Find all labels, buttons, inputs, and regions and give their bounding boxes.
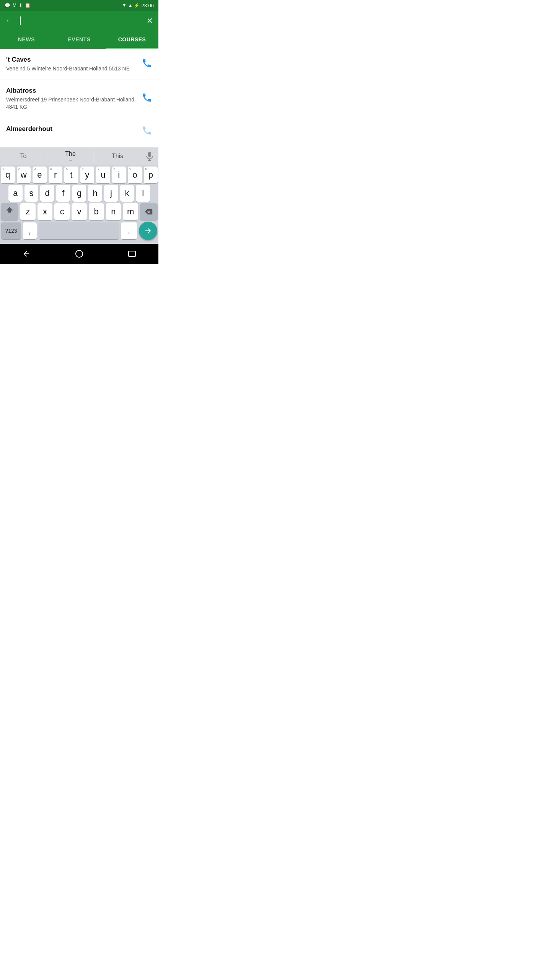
keyboard-row-1: 1q 2w 3e 4r 5t 6y 7u 8i 9o 0p [1,167,158,183]
tab-events[interactable]: EVENTS [53,31,106,49]
nav-back-button[interactable] [17,245,36,263]
keyboard-row-2: a s d f g h j k l [1,185,158,202]
course-address-caves: Veneind 5 Wintelre Noord-Brabant Holland… [6,65,137,73]
numbers-key[interactable]: ?123 [1,222,21,239]
microphone-button[interactable] [141,152,158,161]
autocomplete-word-to[interactable]: To [0,153,47,160]
key-b[interactable]: b [89,203,104,220]
key-d[interactable]: d [40,185,54,202]
nav-recents-button[interactable] [123,245,141,263]
keyboard-row-4: ?123 , . [1,222,158,240]
space-key[interactable] [39,222,119,239]
key-c[interactable]: c [54,203,70,220]
key-a[interactable]: a [8,185,23,202]
status-icons-left: 💬 M ⬇ 📋 [5,3,31,8]
key-period[interactable]: . [121,222,137,239]
svg-rect-4 [129,251,135,256]
autocomplete-word-the[interactable]: The ... [47,150,94,162]
status-icons-right: ▼ ▲ ⚡ 23:06 [122,3,154,8]
key-o[interactable]: 9o [128,167,142,183]
course-item-caves: 't Caves Veneind 5 Wintelre Noord-Braban… [0,49,158,80]
autocomplete-word-this[interactable]: This [94,153,141,160]
key-l[interactable]: l [136,185,150,202]
shift-key[interactable]: — [1,203,18,220]
nav-bar [0,244,158,264]
backspace-key[interactable] [140,203,158,220]
svg-rect-0 [148,152,151,157]
course-address-albatross: Weimersdreef 19 Prinsenbeek Noord-Braban… [6,96,137,111]
key-w[interactable]: 2w [17,167,31,183]
key-u[interactable]: 7u [96,167,110,183]
mail-icon: M [13,3,16,8]
autocomplete-bar: To The ... This [0,147,158,165]
svg-point-3 [76,250,83,257]
clipboard-icon: 📋 [25,3,31,8]
key-g[interactable]: g [72,185,86,202]
key-j[interactable]: j [104,185,118,202]
key-p[interactable]: 0p [144,167,158,183]
message-icon: 💬 [5,3,10,8]
course-name-albatross: Albatross [6,87,137,95]
close-button[interactable]: ✕ [147,16,153,25]
key-q[interactable]: 1q [1,167,15,183]
keyboard-row-3: — z x c v b n m [1,203,158,220]
course-info-almeerderhout: Almeerderhout [6,125,142,134]
download-icon: ⬇ [19,3,23,8]
tab-news[interactable]: NEWS [0,31,53,49]
key-s[interactable]: s [24,185,39,202]
key-t[interactable]: 5t [64,167,78,183]
status-bar: 💬 M ⬇ 📋 ▼ ▲ ⚡ 23:06 [0,0,158,11]
signal-icon: ▲ [128,3,133,8]
course-item-albatross: Albatross Weimersdreef 19 Prinsenbeek No… [0,80,158,118]
course-item-almeerderhout: Almeerderhout [0,118,158,147]
courses-list: 't Caves Veneind 5 Wintelre Noord-Braban… [0,49,158,147]
key-comma[interactable]: , [23,222,37,239]
tab-bar: NEWS EVENTS COURSES [0,31,158,49]
course-name-caves: 't Caves [6,56,137,64]
search-bar: ← ✕ [0,11,158,31]
wifi-icon: ▼ [122,3,127,8]
key-x[interactable]: x [37,203,53,220]
search-input-area[interactable] [20,16,140,25]
battery-icon: ⚡ [134,3,140,8]
course-info-albatross: Albatross Weimersdreef 19 Prinsenbeek No… [6,87,142,111]
key-z[interactable]: z [20,203,36,220]
keyboard: 1q 2w 3e 4r 5t 6y 7u 8i 9o 0p a s d f g … [0,165,158,244]
search-cursor [20,16,21,25]
key-y[interactable]: 6y [80,167,95,183]
course-name-almeerderhout: Almeerderhout [6,125,137,133]
key-e[interactable]: 3e [33,167,47,183]
back-button[interactable]: ← [5,16,14,26]
tab-courses[interactable]: COURSES [106,31,158,49]
key-r[interactable]: 4r [49,167,63,183]
key-h[interactable]: h [88,185,102,202]
key-f[interactable]: f [56,185,70,202]
enter-key[interactable] [139,222,157,240]
status-time: 23:06 [141,3,154,8]
key-m[interactable]: m [123,203,138,220]
phone-button-albatross[interactable] [142,92,152,105]
key-i[interactable]: 8i [112,167,126,183]
phone-button-almeerderhout[interactable] [142,125,152,144]
phone-button-caves[interactable] [142,58,152,71]
key-k[interactable]: k [120,185,134,202]
key-v[interactable]: v [72,203,87,220]
course-info-caves: 't Caves Veneind 5 Wintelre Noord-Braban… [6,56,142,73]
key-n[interactable]: n [106,203,121,220]
nav-home-button[interactable] [70,245,88,263]
